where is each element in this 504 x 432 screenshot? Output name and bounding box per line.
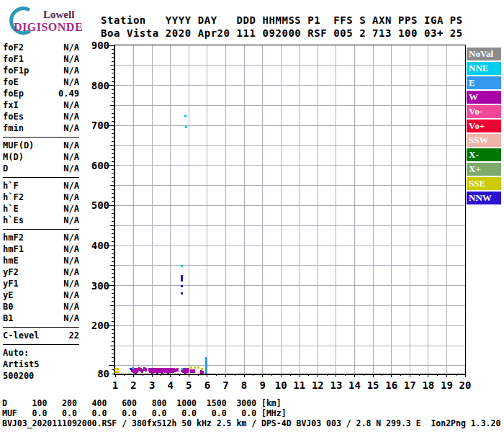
x-axis-label: 2 bbox=[125, 379, 143, 391]
gridline-horizontal bbox=[115, 365, 465, 366]
y-axis-tick bbox=[112, 269, 114, 270]
y-axis-tick bbox=[112, 149, 114, 150]
y-axis-label: 800 bbox=[79, 80, 109, 91]
param-row: yF2N/A bbox=[3, 266, 79, 278]
param-label: yF1 bbox=[3, 278, 19, 289]
lowell-digisonde-logo: Lowell DIGISONDE bbox=[4, 3, 105, 40]
data-mark-nnw bbox=[181, 275, 183, 282]
parameter-panel: foF2N/AfoF1N/AfoF1pN/AfoEN/AfoEp0.49fxIN… bbox=[3, 42, 79, 382]
y-axis-tick bbox=[112, 217, 114, 218]
x-axis-tick bbox=[336, 374, 336, 377]
param-label: foE bbox=[3, 76, 19, 88]
y-axis-tick bbox=[112, 349, 114, 350]
y-axis-tick bbox=[112, 318, 114, 318]
param-value: N/A bbox=[63, 180, 79, 192]
x-axis-tick bbox=[345, 374, 346, 376]
x-axis-tick bbox=[382, 374, 382, 376]
gridline-horizontal bbox=[115, 125, 465, 126]
data-mark-nnw bbox=[181, 292, 183, 294]
y-axis-tick bbox=[112, 329, 114, 330]
legend-item: Vo+ bbox=[467, 120, 501, 132]
y-axis-tick bbox=[112, 289, 114, 290]
gridline-horizontal bbox=[115, 185, 465, 186]
y-axis-tick bbox=[112, 57, 114, 58]
y-axis-tick bbox=[112, 210, 114, 210]
y-axis-tick bbox=[112, 313, 114, 314]
y-axis-tick bbox=[109, 85, 114, 86]
y-axis-tick bbox=[112, 81, 114, 82]
x-axis-label: 16 bbox=[382, 379, 401, 391]
panel-divider bbox=[3, 229, 79, 230]
y-axis-tick bbox=[110, 145, 114, 146]
legend-item: X+ bbox=[467, 163, 501, 176]
param-row: hmF2N/A bbox=[3, 232, 79, 243]
x-axis-label: 3 bbox=[143, 379, 161, 391]
param-value: N/A bbox=[63, 111, 79, 122]
y-axis-tick bbox=[112, 369, 114, 370]
gridline-vertical bbox=[336, 45, 336, 374]
gridline-horizontal bbox=[115, 265, 465, 266]
y-axis-tick bbox=[112, 237, 114, 238]
data-mark-sse bbox=[190, 366, 192, 369]
y-axis-tick bbox=[112, 101, 114, 102]
y-axis-tick bbox=[112, 310, 114, 310]
gridline-horizontal bbox=[115, 305, 465, 306]
param-row: foEsN/A bbox=[3, 111, 79, 122]
x-axis-tick bbox=[225, 374, 226, 377]
y-axis-tick bbox=[112, 73, 114, 73]
y-axis-tick bbox=[109, 45, 114, 46]
param-label: hmF2 bbox=[3, 232, 24, 243]
header-line-1: Station YYYY DAY DDD HHMMSS P1 FFS S AXN… bbox=[101, 14, 463, 26]
x-axis-tick bbox=[410, 374, 410, 377]
y-axis-tick bbox=[112, 249, 114, 250]
legend-item: SSE bbox=[467, 177, 501, 190]
y-axis-tick bbox=[112, 201, 114, 202]
y-axis-tick bbox=[112, 297, 114, 298]
param-label: fxI bbox=[3, 99, 19, 111]
y-axis-tick bbox=[112, 89, 114, 90]
x-axis-tick bbox=[179, 374, 180, 376]
data-mark-w bbox=[176, 368, 179, 372]
x-axis-tick bbox=[143, 374, 143, 376]
x-axis-label: 12 bbox=[308, 379, 327, 391]
y-axis-label: 500 bbox=[79, 199, 109, 211]
y-axis-tick bbox=[112, 357, 114, 358]
y-axis-tick bbox=[112, 49, 114, 50]
data-mark-nne bbox=[184, 115, 186, 117]
gridline-vertical bbox=[299, 45, 300, 374]
gridline-vertical bbox=[189, 45, 189, 374]
x-axis-tick bbox=[354, 374, 355, 377]
param-row: Auto: bbox=[3, 347, 79, 359]
x-axis-tick bbox=[400, 374, 401, 376]
param-value: N/A bbox=[63, 266, 79, 278]
param-row: 500200 bbox=[3, 370, 79, 382]
data-mark-nne bbox=[181, 368, 183, 370]
param-row: foEN/A bbox=[3, 76, 79, 88]
param-row: foF1N/A bbox=[3, 53, 79, 65]
x-axis-label: 17 bbox=[400, 379, 419, 391]
echo-direction-legend: NoValNNEEWVo-Vo+SSWX-X+SSENNW bbox=[467, 48, 501, 206]
param-value: N/A bbox=[63, 289, 79, 301]
gridline-vertical bbox=[373, 45, 374, 374]
param-row: Artist5 bbox=[3, 359, 79, 370]
y-axis-tick bbox=[112, 173, 114, 174]
param-row: foEp0.49 bbox=[3, 88, 79, 99]
y-axis-tick bbox=[112, 133, 114, 134]
y-axis-tick bbox=[112, 113, 114, 114]
param-label: M(D) bbox=[3, 151, 24, 163]
gridline-horizontal bbox=[115, 246, 465, 246]
gridline-horizontal bbox=[115, 165, 465, 166]
param-row: M(D)N/A bbox=[3, 151, 79, 163]
y-axis-tick bbox=[110, 105, 114, 106]
x-axis-tick bbox=[235, 374, 235, 376]
x-axis-tick bbox=[437, 374, 438, 376]
param-value: N/A bbox=[63, 312, 79, 324]
x-axis-tick bbox=[170, 374, 171, 377]
param-label: hmE bbox=[3, 255, 19, 266]
gridline-vertical bbox=[446, 45, 447, 374]
data-mark-sse bbox=[201, 368, 203, 370]
param-row: fxIN/A bbox=[3, 99, 79, 111]
x-axis-tick bbox=[198, 374, 199, 376]
param-row: hmF1N/A bbox=[3, 243, 79, 255]
y-axis-tick bbox=[112, 53, 114, 54]
